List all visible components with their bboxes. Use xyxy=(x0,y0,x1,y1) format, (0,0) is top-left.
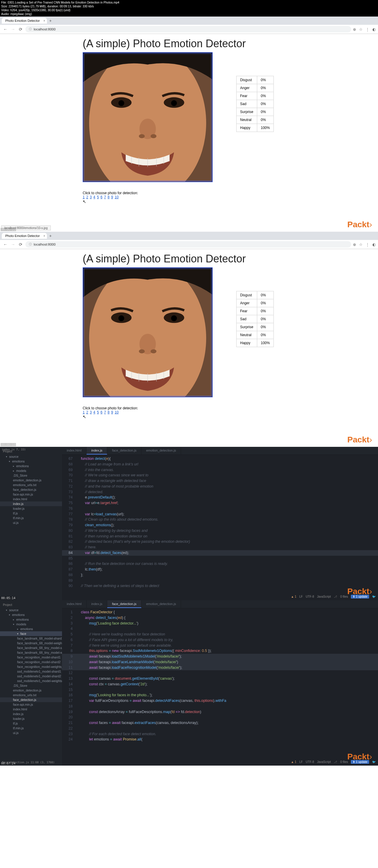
photo-link[interactable]: 7 xyxy=(104,195,106,199)
search-icon[interactable]: ⊕ xyxy=(353,242,356,247)
tree-folder[interactable]: source xyxy=(0,454,62,459)
tree-folder[interactable]: emotions xyxy=(0,459,62,464)
tree-folder[interactable]: emotions xyxy=(0,617,62,622)
tree-file[interactable]: face_landmark_68_model-weights_m xyxy=(0,641,62,646)
tree-file[interactable]: face_detection.js xyxy=(0,698,62,702)
star-icon[interactable]: ☆ xyxy=(359,27,362,32)
tree-folder[interactable]: face xyxy=(0,631,62,636)
profile-icon[interactable]: ◐ xyxy=(372,27,376,32)
tree-folder[interactable]: emotions xyxy=(0,627,62,631)
photo-link[interactable]: 7 xyxy=(104,410,106,414)
back-button[interactable]: ← xyxy=(2,242,8,247)
photo-link[interactable]: 9 xyxy=(111,410,113,414)
new-tab-button[interactable]: + xyxy=(47,234,54,238)
address-bar[interactable]: ⓘ localhost:8000 xyxy=(25,26,351,32)
tree-folder[interactable]: models xyxy=(0,468,62,473)
tree-file[interactable]: loader.js xyxy=(0,716,62,721)
tree-file[interactable]: emotion_detection.js xyxy=(0,478,62,483)
tree-folder[interactable]: source xyxy=(0,608,62,612)
menu-icon[interactable]: ⋮ xyxy=(366,242,370,247)
tree-file[interactable]: ui.js xyxy=(0,731,62,735)
tree-file[interactable]: loader.js xyxy=(0,506,62,511)
tree-file[interactable]: ssd_mobilenetv1_model-shard2 xyxy=(0,674,62,679)
tree-file[interactable]: face_landmark_68_model-shard1 xyxy=(0,636,62,641)
forward-button[interactable]: → xyxy=(10,242,16,247)
tree-file[interactable]: face-api.min.js xyxy=(0,492,62,497)
editor-tab[interactable]: index.js xyxy=(87,447,107,455)
reload-button[interactable]: ⟳ xyxy=(18,242,24,247)
tree-folder[interactable]: models xyxy=(0,622,62,627)
tree-file[interactable]: index.html xyxy=(0,707,62,712)
editor-tab[interactable]: index.js xyxy=(87,600,107,608)
tree-file[interactable]: tf.js xyxy=(0,721,62,726)
tree-file[interactable]: .DS_Store xyxy=(0,473,62,478)
code-area[interactable]: 1 class FaceDetector { 2 async detect_fa… xyxy=(62,608,378,743)
menu-icon[interactable]: ⋮ xyxy=(366,27,370,32)
profile-icon[interactable]: ◐ xyxy=(372,242,376,247)
tree-file[interactable]: face_recognition_model-shard2 xyxy=(0,660,62,664)
photo-link[interactable]: 2 xyxy=(86,410,88,414)
tree-file[interactable]: tf.js xyxy=(0,511,62,516)
browser-tab[interactable]: Photo Emotion Detector × xyxy=(2,18,47,24)
tree-folder[interactable]: emotions xyxy=(0,464,62,468)
photo-link[interactable]: 8 xyxy=(108,195,110,199)
photo-link[interactable]: 6 xyxy=(100,410,103,414)
close-icon[interactable]: × xyxy=(43,19,45,23)
photo-link[interactable]: 9 xyxy=(111,195,113,199)
browser-tab[interactable]: Photo Emotion Detector × xyxy=(2,233,47,239)
photo-link[interactable]: 2 xyxy=(86,195,88,199)
tree-file[interactable]: index.html xyxy=(0,497,62,501)
tree-file[interactable]: face_detection.js xyxy=(0,487,62,492)
photo-canvas: Happy xyxy=(83,52,213,182)
editor-tab[interactable]: face_detection.js xyxy=(107,447,141,455)
photo-link[interactable]: 6 xyxy=(100,195,103,199)
tree-file[interactable]: index.js xyxy=(0,501,62,506)
close-icon[interactable]: × xyxy=(43,234,45,238)
tree-file[interactable]: emotions_urls.txt xyxy=(0,483,62,487)
tree-file[interactable]: face-api.min.js xyxy=(0,702,62,707)
tree-folder[interactable]: emotions xyxy=(0,612,62,617)
photo-link[interactable]: 8 xyxy=(108,410,110,414)
emotion-value: 0% xyxy=(257,84,274,92)
photo-link[interactable]: 1 xyxy=(83,410,85,414)
emotion-table: Disgust0%Anger0%Fear0%Sad0%Surprise0%Neu… xyxy=(236,76,274,132)
editor-tab[interactable]: index.html xyxy=(62,600,87,608)
photo-link[interactable]: 4 xyxy=(93,410,95,414)
photo-link[interactable]: 4 xyxy=(93,195,95,199)
photo-link[interactable]: 10 xyxy=(115,410,118,414)
twitter-icon[interactable]: 🐦 xyxy=(372,595,376,598)
photo-link[interactable]: 5 xyxy=(97,195,99,199)
tree-file[interactable]: index.js xyxy=(0,712,62,716)
search-icon[interactable]: ⊕ xyxy=(353,27,356,32)
photo-link[interactable]: 3 xyxy=(90,410,92,414)
emotion-value: 0% xyxy=(257,116,274,124)
tree-file[interactable]: face_recognition_model-weights_ma xyxy=(0,664,62,669)
photo-link[interactable]: 5 xyxy=(97,410,99,414)
photo-link[interactable]: 3 xyxy=(90,195,92,199)
tree-file[interactable]: tf.min.js xyxy=(0,726,62,731)
address-bar[interactable]: ⓘ localhost:8000 xyxy=(25,241,351,248)
tree-file[interactable]: face_recognition_model-shard1 xyxy=(0,655,62,660)
tree-file[interactable]: ssd_mobilenetv1_model-shard1 xyxy=(0,669,62,674)
tree-file[interactable]: .DS_Store xyxy=(0,683,62,688)
tree-file[interactable]: ui.js xyxy=(0,520,62,525)
tree-file[interactable]: face_landmark_68_tiny_model-shard xyxy=(0,646,62,650)
tree-file[interactable]: tf.min.js xyxy=(0,516,62,520)
editor-tab[interactable]: emotion_detection.js xyxy=(141,447,181,455)
reload-button[interactable]: ⟳ xyxy=(18,27,24,32)
photo-link[interactable]: 10 xyxy=(115,195,118,199)
back-button[interactable]: ← xyxy=(2,27,8,32)
editor-tab[interactable]: emotion_detection.js xyxy=(141,600,181,608)
forward-button[interactable]: → xyxy=(10,27,16,32)
tree-file[interactable]: emotions_urls.txt xyxy=(0,693,62,698)
code-area[interactable]: 67 function detect(e){ 68 // Load an ima… xyxy=(62,455,378,590)
editor-tab[interactable]: index.html xyxy=(62,447,87,455)
editor-tab[interactable]: face_detection.js xyxy=(107,600,141,608)
tree-file[interactable]: emotion_detection.js xyxy=(0,688,62,693)
twitter-icon[interactable]: 🐦 xyxy=(372,760,376,764)
star-icon[interactable]: ☆ xyxy=(359,242,362,247)
photo-link[interactable]: 1 xyxy=(83,195,85,199)
tree-file[interactable]: ssd_mobilenetv1_model-weights_ma xyxy=(0,679,62,683)
tree-file[interactable]: face_landmark_68_tiny_model-weigh xyxy=(0,650,62,655)
new-tab-button[interactable]: + xyxy=(47,18,54,23)
